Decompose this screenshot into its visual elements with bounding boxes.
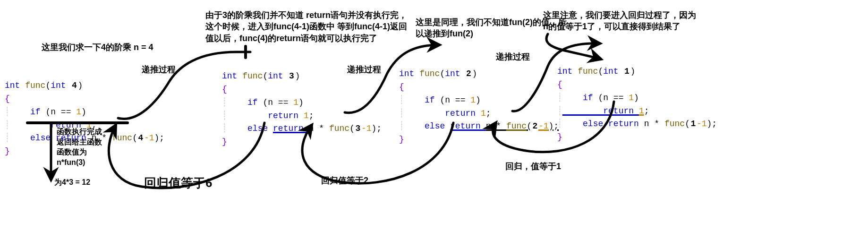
kw-int: int (222, 71, 242, 81)
kw-return-1: return (227, 111, 304, 120)
param-value-4: 4 (71, 79, 77, 93)
var-n: n (644, 119, 655, 129)
if-cond-1: 1 (293, 98, 298, 107)
paren-close: ) (295, 71, 300, 81)
call-open: ( (349, 124, 355, 133)
semi-1: ; (644, 106, 649, 116)
lbrace: { (399, 82, 404, 92)
kw-int: int (5, 81, 25, 90)
lit-1: 1 (86, 120, 92, 130)
call-close: ); (372, 124, 382, 133)
if-cond-a: (n == (440, 95, 470, 105)
recursion-diagram: { "captions": { "top1": "这里我们求一下4的阶乘 n =… (0, 0, 868, 240)
rbrace: } (222, 137, 227, 146)
rbrace: } (5, 146, 10, 156)
minus1: -1 (361, 124, 372, 133)
if-cond-close: ) (476, 95, 481, 105)
call-open: ( (685, 119, 690, 129)
op-star: * (496, 121, 506, 131)
if-cond-a: (n == (45, 107, 76, 117)
arg-4: 4 (137, 132, 144, 145)
op-star: * (102, 133, 112, 143)
paren-open: ( (440, 69, 445, 78)
fn-call: func (329, 124, 349, 133)
fn-call: func (112, 133, 132, 143)
minus1: -1 (538, 121, 549, 131)
lit-1: 1 (639, 106, 644, 116)
lbrace: { (222, 85, 227, 94)
paren-open: ( (598, 67, 603, 76)
if-cond-1: 1 (470, 95, 476, 105)
paren-close: ) (77, 81, 83, 90)
paren-close: ) (472, 69, 477, 78)
paren-open: ( (263, 71, 268, 81)
param-value-2: 2 (465, 68, 472, 81)
kw-else: else (10, 133, 56, 143)
kw-else: else (562, 119, 608, 129)
code-block-func-4: int func(int 4) { ┊ if (n == 1) ┊ return… (5, 66, 164, 158)
call-close: ); (707, 119, 717, 129)
call-close: ); (154, 133, 165, 143)
code-block-func-3: int func(int 3) { ┊ if (n == 1) ┊ return… (222, 57, 382, 149)
caption-return-1: 回归，值等于1 (505, 161, 561, 172)
kw-if: if (562, 93, 598, 103)
kw-return-1: return (404, 109, 481, 118)
kw-if: if (404, 95, 440, 105)
paren-open: ( (45, 81, 51, 90)
rbrace: } (399, 135, 404, 144)
kw-return-1: return (562, 106, 639, 116)
kw-if: if (227, 98, 263, 107)
kw-return-2: return (273, 124, 309, 133)
param-int: int (603, 67, 623, 76)
code-block-func-1: int func(int 1) { ┊ if (n == 1) ┊ return… (557, 52, 717, 144)
if-cond-close: ) (298, 98, 304, 107)
caption-n4: 这里我们求一下4的阶乘 n = 4 (42, 42, 153, 53)
kw-return-2: return (608, 119, 644, 129)
kw-else: else (227, 124, 273, 133)
fn-call: func (506, 121, 527, 131)
op-star: * (654, 119, 664, 129)
arg-3: 3 (355, 122, 361, 136)
if-cond-a: (n == (263, 98, 293, 107)
param-int: int (445, 69, 465, 78)
kw-return-1: return (10, 120, 86, 130)
lbrace: { (557, 80, 562, 89)
param-value-3: 3 (288, 70, 295, 83)
caption-return-2: 回归值等于2 (321, 175, 368, 186)
op-star: * (319, 124, 329, 133)
caption-return-6: 回归值等于6 (144, 175, 212, 191)
if-cond-1: 1 (76, 107, 81, 117)
var-n: n (486, 121, 496, 131)
if-cond-1: 1 (629, 93, 634, 103)
semi-1: ; (92, 120, 97, 130)
var-n: n (92, 133, 102, 143)
call-open: ( (132, 133, 137, 143)
lit-1: 1 (304, 111, 309, 120)
fn-name: func (419, 69, 440, 78)
rbrace: } (557, 132, 562, 142)
paren-close: ) (630, 67, 635, 76)
fn-name: func (242, 71, 263, 81)
kw-else: else (404, 121, 450, 131)
kw-int: int (557, 67, 578, 76)
param-int: int (268, 71, 288, 81)
param-value-1: 1 (623, 65, 630, 78)
call-open: ( (527, 121, 532, 131)
semi-1: ; (486, 109, 491, 118)
kw-return-2: return (56, 133, 92, 143)
lit-1: 1 (481, 109, 486, 118)
kw-if: if (10, 107, 46, 117)
minus1: -1 (697, 119, 707, 129)
kw-int: int (399, 69, 419, 78)
if-cond-close: ) (634, 93, 639, 103)
caption-n3: 由于3的阶乘我们并不知道 return语句并没有执行完， 这个时候，进入到fun… (205, 9, 407, 44)
arg-1: 1 (690, 118, 697, 131)
caption-n1: 这里注意，我们要进入回归过程了，因为 n的值等于1了，可以直接得到结果了 (543, 9, 696, 33)
arg-2: 2 (532, 120, 538, 133)
param-int: int (51, 81, 71, 90)
if-cond-a: (n == (598, 93, 629, 103)
lbrace: { (5, 94, 10, 103)
semi-1: ; (309, 111, 314, 120)
fn-name: func (578, 67, 598, 76)
code-block-func-2: int func(int 2) { ┊ if (n == 1) ┊ return… (399, 54, 559, 146)
